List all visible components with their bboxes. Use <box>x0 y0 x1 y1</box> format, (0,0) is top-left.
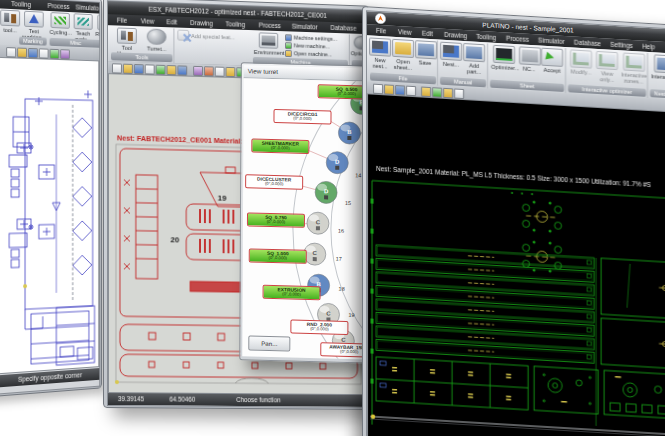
ribbon-button-view-only[interactable]: View only... <box>595 51 619 83</box>
tab-view[interactable]: View <box>138 15 157 27</box>
tool-label[interactable]: DICECIRCG1(0°,0.000) <box>273 109 331 125</box>
tool-label[interactable]: SQ_1.000(0°,0.000) <box>249 248 307 264</box>
tool-label[interactable]: SHEETMARKER(0°,0.000) <box>251 138 309 154</box>
nest-header-text: Nest: FABTECH2012_CE001 Material: <box>117 133 243 145</box>
ribbon-button-add-special-feature[interactable]: Add special feat... <box>177 30 250 43</box>
view-turret-dialog: View turret B <box>239 62 381 364</box>
redo-icon[interactable] <box>60 49 70 59</box>
open-icon[interactable] <box>123 64 133 74</box>
tool-label[interactable]: EXTRUSION(0°,0.000) <box>263 285 321 301</box>
svg-text:C: C <box>313 250 318 256</box>
status-coord-x: 39.39145 <box>118 393 144 405</box>
status-message: Choose function <box>236 394 280 406</box>
new-icon[interactable] <box>373 84 383 95</box>
ribbon-button-label: Open machine... <box>294 50 332 57</box>
pan-button[interactable]: Pan... <box>248 335 290 351</box>
save-icon[interactable] <box>28 48 38 58</box>
turret-station[interactable]: D 14 <box>326 151 361 178</box>
save-icon[interactable] <box>134 64 144 74</box>
text-marking-icon <box>24 11 44 28</box>
ribbon-button-label: Save <box>415 59 435 66</box>
zoom-icon[interactable] <box>215 67 225 77</box>
save-icon[interactable] <box>395 85 405 96</box>
ribbon-button-interactive-zones[interactable]: Interactive zones... <box>621 52 646 84</box>
machine-settings-icon <box>285 34 292 41</box>
interactive-icon <box>654 54 665 73</box>
ribbon-group-interactive-optimizer: Modify... View only... Interactive zones… <box>567 48 648 98</box>
turret-dialog-body: B B 13 D 14 <box>242 78 377 359</box>
turret-station[interactable]: C 17 <box>304 243 342 266</box>
ribbon-button-label: NC... <box>519 65 539 72</box>
origin-marker <box>115 380 119 384</box>
tool-label[interactable]: DICECLUSTER(0°,0.000) <box>245 174 303 190</box>
ribbon-button-open-sheet[interactable]: Open sheet... <box>392 39 414 71</box>
tab-edit[interactable]: Edit <box>164 16 181 28</box>
ribbon-button-modify[interactable]: Modify... <box>569 49 593 75</box>
print-icon[interactable] <box>39 48 49 58</box>
tool-library-icon <box>117 27 137 44</box>
ribbon-button-nc[interactable]: NC... <box>519 46 539 72</box>
status-coord-y: 64.50460 <box>169 394 195 406</box>
turret-station[interactable]: C 16 <box>307 212 344 235</box>
zoom-icon[interactable] <box>432 87 442 98</box>
ribbon-button-resequence[interactable]: Resequen... <box>95 14 100 37</box>
new-icon[interactable] <box>112 63 122 73</box>
part-number: 19 <box>218 194 227 203</box>
measure-icon[interactable] <box>454 88 464 99</box>
station-number: 18 <box>339 286 345 292</box>
station-number: 16 <box>338 228 344 234</box>
tool-label[interactable]: RND_2.000(0°,0.000) <box>290 319 348 335</box>
ribbon-group-nested-sheets: Interactive... Automatic... Nested sheet… <box>649 53 665 101</box>
paste-icon[interactable] <box>177 65 187 75</box>
tab-tooling[interactable]: Tooling <box>223 18 248 30</box>
pan-icon[interactable] <box>226 67 236 77</box>
environment-icon <box>259 32 278 48</box>
ribbon-button-environment[interactable]: Environment... <box>254 32 283 56</box>
view-only-icon <box>596 51 618 70</box>
open-icon[interactable] <box>17 48 27 58</box>
turret-icon <box>147 28 167 45</box>
redo-icon[interactable] <box>204 66 214 76</box>
ribbon-button-label: Interactive... <box>651 73 665 81</box>
cad-drawing-blue <box>0 57 100 374</box>
ribbon-button-save[interactable]: Save <box>415 40 435 66</box>
undo-icon[interactable] <box>193 66 203 76</box>
ribbon-button-interactive[interactable]: Interactive... <box>651 54 665 81</box>
ribbon-button-turret[interactable]: Turret... <box>144 28 170 52</box>
new-icon[interactable] <box>6 47 16 57</box>
interactive-zones-icon <box>623 52 645 71</box>
ribbon-group-file: New nest... Open sheet... Save File <box>369 36 438 85</box>
left-cad-canvas[interactable] <box>0 55 99 377</box>
svg-text:D: D <box>324 188 329 194</box>
pan-icon[interactable] <box>443 88 453 99</box>
ribbon-button-add-part[interactable]: Add part... <box>463 43 485 75</box>
tab-file[interactable]: File <box>114 14 130 26</box>
ribbon-button-accept[interactable]: Accept <box>541 48 563 74</box>
ribbon-button-label: Modify... <box>569 68 593 75</box>
undo-icon[interactable] <box>50 49 60 59</box>
ribbon-button-label: Accept <box>541 67 563 74</box>
print-icon[interactable] <box>145 64 155 74</box>
origin-marker <box>23 284 27 288</box>
station-number: 15 <box>345 200 351 206</box>
ribbon-button-label: Add part... <box>463 62 485 75</box>
tool-label[interactable]: SQ_0.750(0°,0.000) <box>247 212 305 228</box>
resequence-icon <box>97 14 100 30</box>
origin-marker <box>371 414 375 419</box>
new-nest-icon <box>369 37 391 56</box>
ribbon-button-nest[interactable]: Nest... <box>440 42 462 68</box>
ribbon-button-new-nest[interactable]: New nest... <box>369 37 391 69</box>
ribbon-button-tool[interactable]: tool... <box>0 9 20 33</box>
cluster-part <box>523 201 562 233</box>
right-nc-canvas[interactable]: Nest: Sample_2001 Material: PL_MS L5 Thi… <box>367 93 665 436</box>
ribbon-button-cycling[interactable]: Cycling... <box>50 12 71 36</box>
ribbon-group-marking: Marking <box>19 37 47 46</box>
open-icon[interactable] <box>384 84 394 95</box>
svg-text:B: B <box>347 129 352 135</box>
ribbon-button-optimizer[interactable]: Optimizer... <box>491 45 517 72</box>
undo-icon[interactable] <box>421 87 431 98</box>
copy-icon[interactable] <box>167 65 177 75</box>
print-icon[interactable] <box>406 86 416 97</box>
cut-icon[interactable] <box>156 65 166 75</box>
right-platino-window: PLATINO - nest - Sample_2001 File View E… <box>362 6 665 436</box>
